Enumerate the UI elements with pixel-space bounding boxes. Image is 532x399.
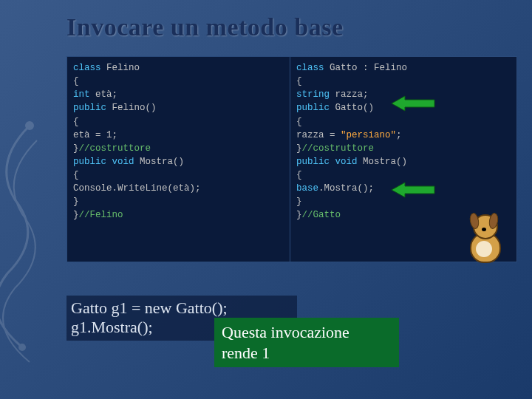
svg-point-0 — [25, 121, 34, 130]
instance-line-1: Gatto g1 = new Gatto(); — [71, 299, 293, 318]
svg-marker-3 — [392, 183, 434, 197]
callout-line-2: rende 1 — [222, 343, 392, 364]
dog-illustration — [460, 208, 505, 266]
code-felino: class Felino{ int età; public Felino() {… — [66, 56, 294, 262]
svg-marker-2 — [392, 96, 434, 111]
svg-point-1 — [18, 344, 26, 351]
callout-box: Questa invocazione rende 1 — [214, 318, 399, 367]
arrow-to-constructor-icon — [392, 95, 436, 112]
callout-line-1: Questa invocazione — [222, 322, 392, 343]
arrow-to-base-call-icon — [392, 181, 436, 199]
slide-title: Invocare un metodo base — [66, 13, 517, 41]
